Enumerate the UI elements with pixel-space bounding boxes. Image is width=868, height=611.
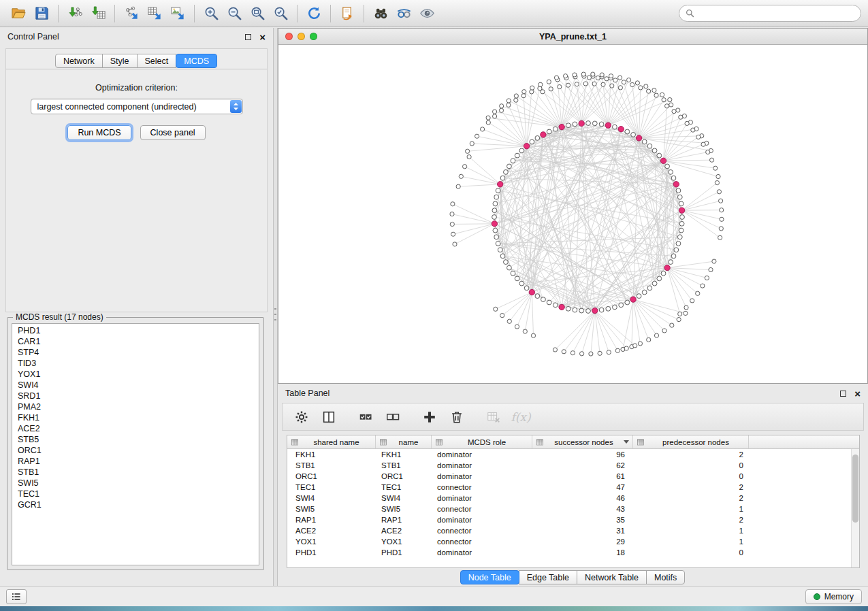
mcds-result-item[interactable]: RAP1 xyxy=(12,456,259,467)
mcds-result-item[interactable]: STP4 xyxy=(12,347,259,358)
tab-style[interactable]: Style xyxy=(102,54,138,68)
close-panel-button[interactable]: Close panel xyxy=(140,125,206,140)
table-row[interactable]: PHD1PHD1dominator180 xyxy=(287,547,859,558)
window-minimize-button[interactable] xyxy=(298,33,305,40)
table-row[interactable]: SWI5SWI5connector431 xyxy=(287,503,859,514)
refresh-icon[interactable] xyxy=(302,3,325,24)
mcds-result-item[interactable]: PMA2 xyxy=(12,401,259,412)
table-row[interactable]: TEC1TEC1connector472 xyxy=(287,482,859,493)
window-close-button[interactable] xyxy=(285,33,293,40)
optimization-criterion-dropdown[interactable]: largest connected component (undirected) xyxy=(31,99,243,114)
column-header-predecessor-nodes[interactable]: predecessor nodes xyxy=(633,435,749,448)
table-row[interactable]: YOX1YOX1connector291 xyxy=(287,536,859,547)
zoom-selected-icon[interactable] xyxy=(269,3,292,24)
table-cell: dominator xyxy=(432,516,532,524)
import-network-icon[interactable] xyxy=(63,3,86,24)
table-cell: TEC1 xyxy=(376,483,432,491)
open-folder-icon[interactable] xyxy=(7,3,30,24)
column-grid-icon xyxy=(637,438,645,446)
table-cell: ACE2 xyxy=(376,527,432,535)
zoom-in-icon[interactable] xyxy=(199,3,223,24)
mcds-result-item[interactable]: PHD1 xyxy=(12,325,259,336)
table-cell: SWI5 xyxy=(287,505,376,513)
table-cell: YOX1 xyxy=(287,538,376,546)
run-mcds-button[interactable]: Run MCDS xyxy=(67,125,131,140)
mcds-result-item[interactable]: FKH1 xyxy=(12,412,259,423)
mcds-result-item[interactable]: YOX1 xyxy=(12,369,259,380)
table-toolbar: f(x) xyxy=(282,403,864,431)
export-network-icon[interactable] xyxy=(120,3,143,24)
memory-label: Memory xyxy=(824,592,854,601)
mcds-result-item[interactable]: SWI5 xyxy=(12,478,259,489)
eye-icon[interactable] xyxy=(415,3,438,24)
mcds-result-list[interactable]: PHD1CAR1STP4TID3YOX1SWI4SRD1PMA2FKH1ACE2… xyxy=(12,323,259,565)
tab-edge-table[interactable]: Edge Table xyxy=(519,570,577,584)
network-graph-canvas[interactable] xyxy=(278,45,867,383)
zoom-fit-icon[interactable] xyxy=(246,3,269,24)
table-cell: 2 xyxy=(633,494,749,502)
mcds-result-item[interactable]: STB1 xyxy=(12,467,259,478)
add-row-icon[interactable] xyxy=(419,406,440,428)
zoom-out-icon[interactable] xyxy=(223,3,246,24)
mcds-result-item[interactable]: GCR1 xyxy=(12,499,259,510)
mcds-result-item[interactable]: CAR1 xyxy=(12,336,259,347)
table-row[interactable]: SWI4SWI4dominator462 xyxy=(287,493,859,503)
memory-button[interactable]: Memory xyxy=(805,589,862,604)
column-header-shared-name[interactable]: shared name xyxy=(287,435,376,448)
copy-document-icon[interactable] xyxy=(336,3,359,24)
toggle-columns-icon[interactable] xyxy=(318,406,340,428)
close-panel-icon[interactable]: × xyxy=(259,32,266,42)
table-scrollbar[interactable] xyxy=(851,449,859,567)
mcds-result-item[interactable]: TEC1 xyxy=(12,489,259,499)
mcds-action-buttons: Run MCDS Close panel xyxy=(6,125,267,140)
save-icon[interactable] xyxy=(30,3,53,24)
mcds-result-item[interactable]: ACE2 xyxy=(12,423,259,434)
tab-network[interactable]: Network xyxy=(55,54,103,68)
column-header-mcds-role[interactable]: MCDS role xyxy=(432,435,532,448)
table-row[interactable]: ORC1ORC1dominator610 xyxy=(287,471,859,482)
search-input[interactable] xyxy=(698,9,854,18)
node-table-body: FKH1FKH1dominator962STB1STB1dominator620… xyxy=(287,449,859,558)
column-header-successor-nodes[interactable]: successor nodes xyxy=(532,435,633,448)
table-cell: dominator xyxy=(432,472,532,480)
table-row[interactable]: ACE2ACE2connector311 xyxy=(287,525,859,536)
column-grid-icon xyxy=(291,438,299,446)
float-panel-icon[interactable] xyxy=(245,34,251,40)
float-table-panel-icon[interactable] xyxy=(840,391,846,397)
table-cell: SWI4 xyxy=(287,494,376,502)
mcds-result-item[interactable]: SWI4 xyxy=(12,380,259,391)
delete-row-icon[interactable] xyxy=(446,406,468,428)
mcds-result-item[interactable]: STB5 xyxy=(12,434,259,445)
table-cell: 2 xyxy=(633,516,749,524)
search-box[interactable] xyxy=(679,5,861,22)
deselect-all-rows-icon[interactable] xyxy=(382,406,404,428)
table-cell: dominator xyxy=(432,461,532,469)
export-table-icon[interactable] xyxy=(143,3,166,24)
select-all-rows-icon[interactable] xyxy=(355,406,376,428)
mcds-result-item[interactable]: SRD1 xyxy=(12,391,259,401)
glasses-icon[interactable] xyxy=(392,3,415,24)
table-scrollbar-thumb[interactable] xyxy=(852,455,858,523)
import-table-icon[interactable] xyxy=(86,3,110,24)
table-row[interactable]: STB1STB1dominator620 xyxy=(287,460,859,471)
table-cell: dominator xyxy=(432,494,532,502)
table-settings-gear-icon[interactable] xyxy=(291,406,312,428)
desktop-wallpaper-strip xyxy=(0,606,868,611)
tab-network-table[interactable]: Network Table xyxy=(577,570,647,584)
mcds-result-item[interactable]: ORC1 xyxy=(12,445,259,456)
table-cell: 2 xyxy=(633,450,749,459)
tab-select[interactable]: Select xyxy=(137,54,177,68)
export-image-icon[interactable] xyxy=(166,3,189,24)
column-header-name[interactable]: name xyxy=(376,435,432,448)
tab-motifs[interactable]: Motifs xyxy=(646,570,685,584)
tab-mcds[interactable]: MCDS xyxy=(176,54,217,68)
table-row[interactable]: FKH1FKH1dominator962 xyxy=(287,449,859,460)
table-cell: RAP1 xyxy=(376,516,432,524)
close-table-panel-icon[interactable]: × xyxy=(854,389,861,399)
window-maximize-button[interactable] xyxy=(310,33,317,40)
table-row[interactable]: RAP1RAP1dominator352 xyxy=(287,514,859,525)
binoculars-icon[interactable] xyxy=(369,3,392,24)
mcds-result-item[interactable]: TID3 xyxy=(12,358,259,369)
tab-node-table[interactable]: Node Table xyxy=(460,570,519,584)
panel-menu-button[interactable] xyxy=(6,589,27,604)
